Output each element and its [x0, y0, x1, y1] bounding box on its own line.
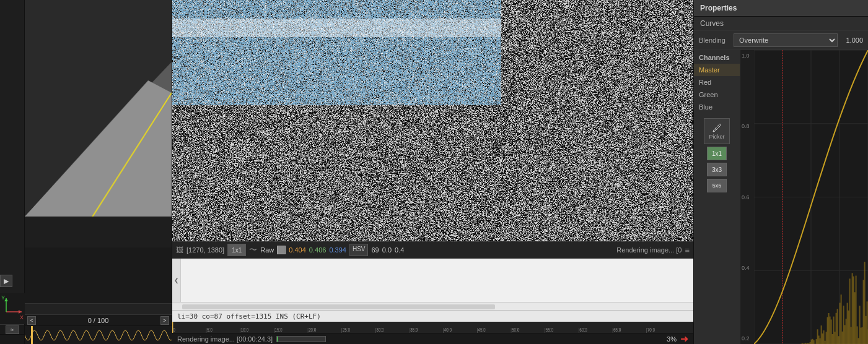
editor-scroll-left-btn[interactable]: ❮ [172, 259, 181, 302]
main-container: ▶ ≈ < 0 / 100 > [0, 0, 868, 344]
raw-icon: 〜 [249, 244, 257, 256]
red-arrow-icon: ➜ [680, 333, 688, 344]
sample-3x3-label: 3x3 [712, 166, 722, 173]
play-icon: ▶ [4, 277, 9, 285]
blending-amount: 1.000 [841, 37, 863, 44]
channel-mode-label: Raw [260, 246, 274, 254]
editor-scrollbar[interactable] [172, 302, 693, 311]
code-editor-panel: ❮ [172, 259, 693, 302]
timeline-next-button[interactable]: > [160, 316, 169, 325]
rendering-status-label: Rendering image... [0 [616, 246, 682, 254]
sample-1x1-label: 1x1 [712, 150, 722, 157]
channel-red[interactable]: Red [694, 76, 740, 88]
preview-panel: < 0 / 100 > [25, 0, 172, 344]
y-label-0.2: 0.2 [742, 335, 753, 342]
editor-status-bar: li=30 co=87 offset=1315 INS (CR+LF) [172, 311, 693, 322]
channels-header: Channels [694, 53, 740, 62]
sample-1x1-btn[interactable]: 1x1 [707, 147, 727, 160]
picker-icon-btn[interactable]: Picker [704, 118, 730, 144]
image-viewport [172, 0, 693, 241]
value-r-display: 0.404 [289, 246, 306, 254]
render-progress-bar [277, 337, 278, 342]
picker-tools: Picker 1x1 3x3 5x5 [694, 113, 740, 197]
y-label-0.8: 0.8 [742, 123, 753, 129]
timeline-ruler [172, 322, 693, 333]
svg-point-0 [713, 131, 714, 132]
coordinates-display: [1270, 1380] [186, 246, 224, 254]
channel-green[interactable]: Green [694, 88, 740, 101]
blending-label: Blending [699, 37, 730, 44]
channels-curve-area: Channels Master Red Green Blue Picker [694, 50, 868, 344]
preview-controls [25, 217, 172, 247]
left-toolbar: ▶ ≈ [0, 0, 25, 344]
left-panel-top [0, 0, 24, 52]
properties-panel: Properties Curves Blending Overwrite 1.0… [693, 0, 868, 344]
properties-header: Properties [694, 0, 868, 17]
hsv-s-display: 0.0 [382, 246, 392, 254]
sample-3x3-btn[interactable]: 3x3 [707, 163, 727, 176]
channels-list: Channels Master Red Green Blue Picker [694, 50, 740, 344]
blending-row: Blending Overwrite 1.000 [694, 31, 868, 50]
timeline-prev-button[interactable]: < [27, 316, 36, 325]
color-mode-dropdown[interactable]: HSV [349, 244, 369, 256]
sample-size-1x1-button[interactable]: 1x1 [227, 244, 246, 256]
y-label-0.4: 0.4 [742, 265, 753, 271]
channel-master[interactable]: Master [694, 64, 740, 76]
curves-label: Curves [694, 17, 868, 31]
bottom-status-bar: Rendering image... [00:00:24.3] 3% ➜ [172, 333, 693, 344]
value-g-display: 0.406 [309, 246, 327, 254]
editor-position-info: li=30 co=87 offset=1315 INS (CR+LF) [177, 312, 321, 320]
preview-canvas [25, 0, 172, 217]
play-button[interactable]: ▶ [0, 275, 12, 287]
waveform-icon[interactable]: ≈ [6, 325, 19, 334]
viewer-menu-button[interactable]: ≡ [685, 246, 690, 255]
hsv-v-display: 0.4 [395, 246, 404, 254]
y-label-1: 1.0 [742, 53, 753, 59]
color-swatch [277, 246, 286, 254]
picker-label: Picker [709, 134, 724, 140]
eyedropper-icon [712, 123, 722, 133]
sample-5x5-label: 5x5 [712, 183, 722, 189]
curve-canvas[interactable] [754, 50, 868, 344]
next-icon: > [163, 317, 166, 324]
viewer-controls-bar: 🖼 [1270, 1380] 1x1 〜 Raw 0.404 0.406 0.3… [172, 241, 693, 259]
curve-graph: 1.0 0.8 0.6 0.4 0.2 [740, 50, 868, 344]
viewer-panel: 🖼 [1270, 1380] 1x1 〜 Raw 0.404 0.406 0.3… [172, 0, 693, 344]
sample-5x5-btn[interactable]: 5x5 [707, 179, 727, 192]
render-progress-track [276, 336, 326, 342]
curve-y-axis: 1.0 0.8 0.6 0.4 0.2 [740, 50, 754, 344]
render-label: Rendering image... [00:00:24.3] [177, 335, 273, 343]
channel-blue[interactable]: Blue [694, 101, 740, 113]
render-percent: 3% [667, 335, 677, 343]
timeline-counter: 0 / 100 [38, 317, 158, 324]
prev-icon: < [30, 317, 33, 324]
y-label-0.6: 0.6 [742, 194, 753, 200]
value-b-display: 0.394 [329, 246, 346, 254]
image-icon: 🖼 [176, 246, 183, 254]
hsv-h-display: 69 [371, 246, 379, 254]
blending-dropdown[interactable]: Overwrite [734, 33, 838, 47]
